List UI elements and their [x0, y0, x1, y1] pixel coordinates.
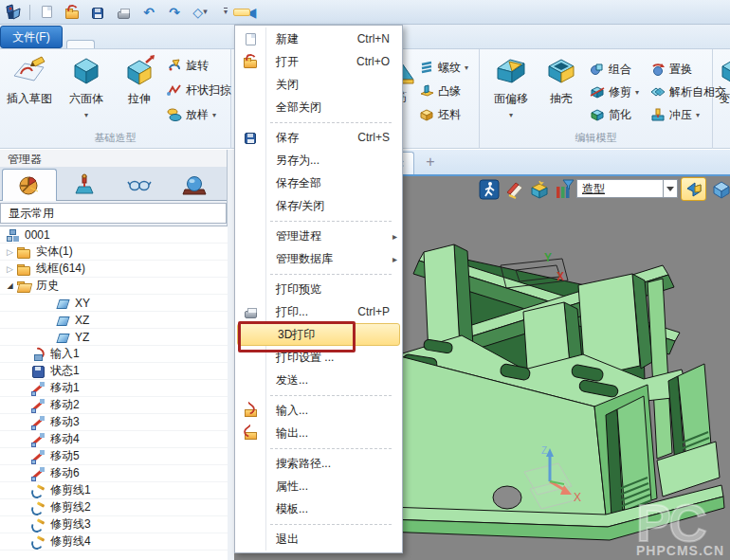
menubar-item[interactable]: [353, 9, 370, 16]
file-menu-item[interactable]: 模板...: [236, 497, 401, 520]
file-menu-item[interactable]: 保存 Ctrl+S: [236, 126, 401, 149]
shell-button[interactable]: 抽壳: [538, 53, 584, 107]
tree-item[interactable]: 修剪线3: [0, 516, 228, 533]
box-button[interactable]: 六面体 ▾: [59, 53, 114, 120]
menubar-item[interactable]: [293, 9, 310, 16]
tree-item[interactable]: XZ: [0, 312, 228, 329]
filter-button[interactable]: [554, 179, 575, 200]
file-menu-item[interactable]: 保存/关闭: [236, 194, 401, 217]
file-menu-item[interactable]: 搜索路径...: [236, 452, 401, 475]
tree-item[interactable]: 修剪线4: [0, 533, 228, 551]
file-menu-item[interactable]: 输入...: [236, 399, 401, 422]
tab-render-manager[interactable]: [167, 168, 222, 200]
file-menu-item[interactable]: 保存全部: [236, 172, 401, 194]
face-offset-button[interactable]: 面偏移 ▾: [484, 53, 538, 120]
tree-expander-icon[interactable]: ◢: [4, 281, 16, 290]
file-menu-item[interactable]: [236, 270, 401, 278]
combine-button[interactable]: 组合: [590, 59, 631, 80]
file-menu-item[interactable]: 发送...: [236, 369, 401, 391]
file-menu-item[interactable]: 关闭: [236, 73, 401, 96]
tree-item[interactable]: 移动4: [0, 431, 228, 448]
file-menu-item[interactable]: 管理数据库: [236, 247, 401, 270]
file-menu-item[interactable]: 退出: [236, 528, 401, 551]
file-menu-item[interactable]: [236, 520, 401, 528]
menubar-item[interactable]: [253, 9, 270, 16]
trim-button[interactable]: 修剪 ▾: [590, 81, 639, 102]
view-mode-button[interactable]: ◇▾: [191, 3, 210, 22]
file-menu-item[interactable]: [236, 444, 401, 452]
tree-item[interactable]: 移动5: [0, 448, 228, 465]
walk-mode-button[interactable]: [479, 179, 500, 200]
ribbon-tab[interactable]: [123, 40, 152, 48]
file-menu-item[interactable]: 3D打印: [237, 323, 400, 346]
tree-item[interactable]: ▷ 实体(1): [0, 244, 228, 261]
file-tab-button[interactable]: 文件(F): [0, 26, 63, 48]
view-cube-button[interactable]: [711, 179, 730, 200]
open-button[interactable]: [63, 3, 82, 22]
tree-item[interactable]: 移动1: [0, 380, 228, 397]
tree-item[interactable]: YZ: [0, 329, 228, 346]
flange-button[interactable]: 凸缘: [419, 81, 461, 101]
tree-item[interactable]: 0001: [0, 226, 228, 244]
tree-expander-icon[interactable]: ▷: [4, 264, 16, 274]
partial-button[interactable]: 变: [719, 53, 730, 107]
file-menu-item[interactable]: [236, 118, 401, 126]
mode-combobox[interactable]: 造型: [576, 179, 664, 198]
ribbon-tab[interactable]: [66, 40, 95, 48]
tree-item[interactable]: ▷ 线框(614): [0, 261, 228, 278]
blank-button[interactable]: 坯料: [419, 104, 461, 125]
file-menu-item[interactable]: 另存为...: [236, 149, 401, 172]
new-document-button[interactable]: [37, 3, 56, 22]
file-menu-item[interactable]: 输出...: [236, 422, 401, 444]
tab-visibility-manager[interactable]: [112, 168, 167, 200]
filter-bar[interactable]: 显示常用: [0, 203, 227, 224]
file-menu-item[interactable]: 属性...: [236, 475, 401, 497]
active-mode-button[interactable]: [681, 177, 706, 201]
tree-item[interactable]: 输入1: [0, 346, 228, 363]
tree-item[interactable]: 移动3: [0, 414, 228, 431]
tree-item[interactable]: 移动2: [0, 397, 228, 414]
undo-button[interactable]: ↶: [139, 3, 158, 22]
layer-box-button[interactable]: [529, 179, 550, 200]
file-menu-item[interactable]: 新建 Ctrl+N: [236, 27, 401, 50]
menubar-item[interactable]: [392, 9, 410, 16]
rod-sweep-button[interactable]: 杆状扫掠 ▾: [167, 80, 239, 100]
file-menu-item[interactable]: [236, 217, 401, 225]
tree-expander-icon[interactable]: ▷: [4, 247, 16, 257]
redo-button[interactable]: ↷: [165, 3, 184, 22]
menubar-item[interactable]: [373, 9, 390, 16]
menubar-item[interactable]: [273, 9, 290, 16]
eraser-button[interactable]: [504, 179, 525, 200]
file-menu-item[interactable]: 打印预览: [236, 278, 401, 300]
tree-item[interactable]: 修剪线1: [0, 482, 228, 499]
tab-history-manager[interactable]: [2, 169, 57, 201]
ribbon-tab[interactable]: [404, 40, 432, 48]
combo-dropdown-button[interactable]: [664, 179, 678, 198]
ribbon-tab[interactable]: [95, 40, 123, 48]
punch-button[interactable]: 冲压 ▾: [650, 104, 700, 125]
extrude-button[interactable]: 拉伸: [112, 53, 167, 107]
thread-button[interactable]: 螺纹 ▾: [419, 57, 468, 78]
save-button[interactable]: [88, 3, 107, 22]
tree-item[interactable]: 移动6: [0, 465, 228, 482]
customize-toolbar-button[interactable]: ▾: [216, 3, 235, 22]
replace-button[interactable]: 置换: [650, 59, 692, 80]
file-menu-item[interactable]: 管理进程: [236, 225, 401, 247]
menubar-item[interactable]: [233, 9, 250, 16]
tab-assembly-manager[interactable]: [57, 168, 112, 200]
revolve-button[interactable]: 旋转: [167, 55, 209, 76]
insert-sketch-button[interactable]: 插入草图: [2, 53, 57, 107]
new-tab-button[interactable]: +: [422, 154, 439, 171]
menubar-item[interactable]: [412, 9, 429, 16]
simplify-button[interactable]: 简化: [590, 104, 631, 125]
file-menu-item[interactable]: 打开 Ctrl+O: [236, 50, 401, 73]
menubar-item[interactable]: [313, 9, 330, 16]
menubar-item[interactable]: [333, 9, 350, 16]
tree-item[interactable]: ◢ 历史: [0, 278, 228, 295]
print-button[interactable]: [114, 3, 133, 22]
tree-item[interactable]: 修剪线2: [0, 499, 228, 516]
file-menu-item[interactable]: 全部关闭: [236, 96, 401, 118]
tree-item[interactable]: 状态1: [0, 363, 228, 380]
loft-button[interactable]: 放样 ▾: [167, 104, 216, 125]
tree-item[interactable]: XY: [0, 295, 228, 312]
